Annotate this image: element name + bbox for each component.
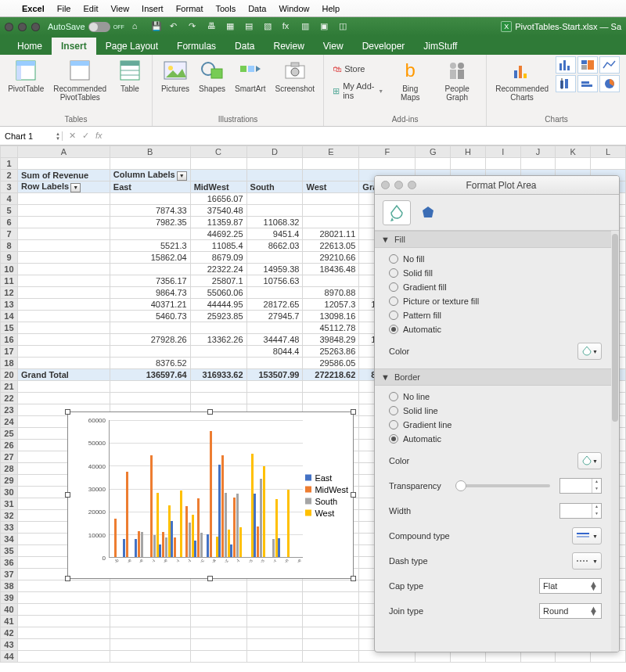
pane-scrollbar[interactable]: [611, 231, 619, 652]
table-button[interactable]: Table: [114, 56, 146, 95]
zoom-icon[interactable]: [31, 23, 40, 31]
effects-tab[interactable]: [414, 200, 442, 225]
fill-section-header[interactable]: ▼Fill: [375, 231, 611, 248]
pivottable-button[interactable]: PivotTable: [6, 56, 46, 95]
dash-type-button[interactable]: ▼: [572, 552, 602, 570]
recommended-pivottables-button[interactable]: Recommended PivotTables: [51, 56, 110, 103]
border-color-button[interactable]: ▼: [577, 452, 602, 469]
pane-zoom-icon[interactable]: [408, 181, 416, 189]
collapse-icon: ▼: [381, 372, 390, 382]
qat6-icon[interactable]: ◫: [339, 21, 350, 32]
menu-edit[interactable]: Edit: [83, 4, 98, 13]
close-icon[interactable]: [5, 23, 13, 31]
menu-data[interactable]: Data: [248, 4, 266, 13]
name-box[interactable]: Chart 1 ▲▼: [0, 131, 63, 141]
print-icon[interactable]: 🖶: [207, 21, 218, 32]
chart-hier-button[interactable]: [577, 56, 598, 74]
svg-rect-26: [563, 60, 566, 70]
tab-review[interactable]: Review: [264, 38, 313, 55]
redo-icon[interactable]: ↷: [189, 21, 200, 32]
radio-pattern-fill[interactable]: Pattern fill: [389, 311, 602, 320]
screenshot-button[interactable]: Screenshot: [273, 56, 318, 95]
radio-picture-or-texture-fill[interactable]: Picture or texture fill: [389, 296, 602, 306]
my-addins-button[interactable]: ⊞My Add-ins▼: [330, 80, 386, 102]
menu-format[interactable]: Format: [176, 4, 203, 13]
chart-legend[interactable]: EastMidWestSouthWest: [305, 471, 348, 520]
chart-line-button[interactable]: [599, 56, 620, 74]
people-icon: [444, 58, 470, 83]
tab-developer[interactable]: Developer: [353, 38, 415, 55]
tab-insert[interactable]: Insert: [52, 38, 96, 55]
fill-color-button[interactable]: ▼: [577, 343, 602, 360]
menu-help[interactable]: Help: [322, 4, 340, 13]
undo-icon[interactable]: ↶: [170, 21, 181, 32]
document-title: X PivotTables-Start.xlsx — Sa: [501, 21, 621, 32]
pictures-button[interactable]: Pictures: [159, 56, 192, 95]
menu-insert[interactable]: Insert: [142, 4, 164, 13]
svg-rect-2: [16, 66, 21, 80]
minimize-icon[interactable]: [18, 23, 27, 31]
pane-titlebar[interactable]: Format Plot Area: [375, 176, 619, 195]
transparency-input[interactable]: ▲▼: [559, 478, 602, 494]
radio-automatic[interactable]: Automatic: [389, 325, 602, 334]
radio-gradient-fill[interactable]: Gradient fill: [389, 282, 602, 292]
tab-view[interactable]: View: [314, 38, 353, 55]
smartart-button[interactable]: SmartArt: [232, 56, 268, 95]
radio-no-fill[interactable]: No fill: [389, 254, 602, 264]
formula-icon[interactable]: fx: [282, 21, 293, 32]
compound-type-button[interactable]: ▼: [572, 527, 602, 544]
width-input[interactable]: ▲▼: [559, 503, 602, 519]
store-button[interactable]: 🛍Store: [330, 63, 386, 75]
cap-type-select[interactable]: Flat▲▼: [539, 578, 602, 594]
chart-pie-button[interactable]: [599, 75, 620, 92]
enter-icon[interactable]: ✓: [82, 131, 89, 141]
tab-home[interactable]: Home: [8, 38, 52, 55]
menu-file[interactable]: File: [57, 4, 71, 13]
qat2-icon[interactable]: ▤: [245, 21, 256, 32]
qat1-icon[interactable]: ▦: [226, 21, 237, 32]
tab-formulas[interactable]: Formulas: [167, 38, 225, 55]
border-color-label: Color: [389, 456, 409, 465]
chart-stat-button[interactable]: [556, 75, 576, 92]
save-icon[interactable]: 💾: [151, 21, 162, 32]
fill-line-tab[interactable]: [383, 200, 411, 225]
pane-min-icon[interactable]: [394, 181, 403, 189]
autosave-toggle[interactable]: AutoSave OFF: [48, 22, 124, 32]
radio-gradient-line[interactable]: Gradient line: [389, 420, 602, 429]
excel-file-icon: X: [501, 21, 512, 32]
cancel-icon[interactable]: ✕: [69, 131, 76, 141]
fx-icon[interactable]: fx: [95, 131, 103, 141]
join-type-select[interactable]: Round▲▼: [539, 603, 602, 619]
chart-bar-button[interactable]: [556, 56, 576, 74]
tab-jimstuff[interactable]: JimStuff: [414, 38, 466, 55]
qat5-icon[interactable]: ▣: [320, 21, 331, 32]
menu-tools[interactable]: Tools: [215, 4, 236, 13]
window-controls[interactable]: [5, 23, 40, 31]
app-name[interactable]: Excel: [22, 4, 45, 13]
menu-window[interactable]: Window: [279, 4, 309, 13]
radio-solid-line[interactable]: Solid line: [389, 406, 602, 415]
svg-marker-37: [423, 207, 434, 217]
plot-area[interactable]: 0100002000030000400005000060000 -b-e-e-i…: [85, 420, 303, 558]
embedded-chart[interactable]: 0100002000030000400005000060000 -b-e-e-i…: [67, 411, 354, 579]
pane-close-icon[interactable]: [381, 181, 390, 189]
menu-view[interactable]: View: [110, 4, 129, 13]
recommended-charts-button[interactable]: Recommended Charts: [493, 56, 551, 103]
qat3-icon[interactable]: ▧: [264, 21, 275, 32]
bing-maps-button[interactable]: bBing Maps: [392, 56, 428, 103]
radio-solid-fill[interactable]: Solid fill: [389, 268, 602, 278]
tab-data[interactable]: Data: [225, 38, 264, 55]
name-box-stepper[interactable]: ▲▼: [56, 131, 60, 141]
transparency-slider[interactable]: [455, 484, 550, 487]
chart-column-button[interactable]: [577, 75, 598, 92]
svg-point-18: [450, 63, 456, 69]
home-icon[interactable]: ⌂: [132, 21, 143, 32]
qat4-icon[interactable]: ▥: [301, 21, 312, 32]
name-box-value: Chart 1: [5, 131, 33, 141]
people-graph-button[interactable]: People Graph: [434, 56, 480, 103]
radio-automatic[interactable]: Automatic: [389, 434, 602, 444]
radio-no-line[interactable]: No line: [389, 392, 602, 401]
shapes-button[interactable]: Shapes: [196, 56, 228, 95]
border-section-header[interactable]: ▼Border: [375, 368, 611, 386]
tab-page-layout[interactable]: Page Layout: [96, 38, 167, 55]
